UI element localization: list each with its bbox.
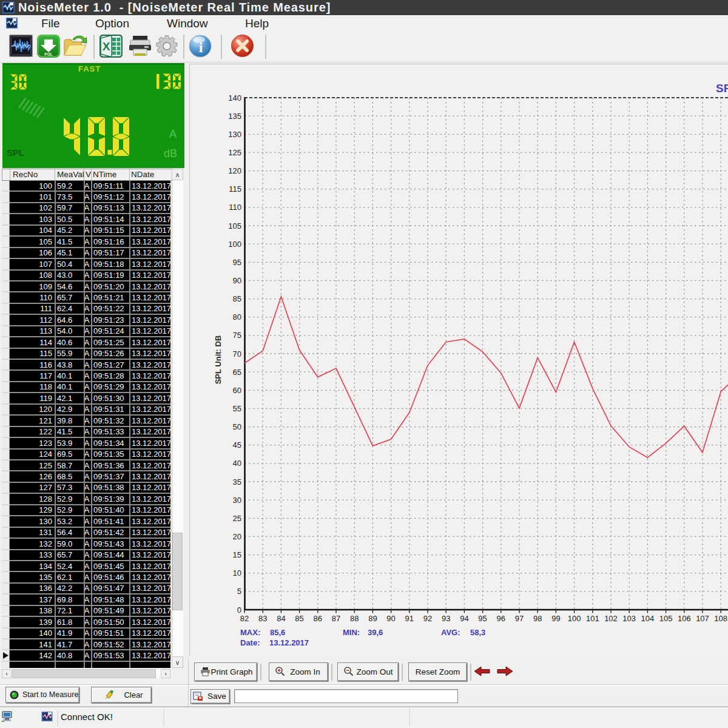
svg-text:i: i: [199, 39, 203, 55]
svg-text:86: 86: [314, 614, 322, 623]
svg-text:dB: dB: [164, 147, 177, 160]
svg-text:95: 95: [233, 258, 241, 267]
svg-text:25: 25: [233, 514, 241, 523]
svg-text:POL: POL: [44, 52, 52, 56]
svg-text:40: 40: [233, 459, 241, 468]
svg-text:50: 50: [233, 422, 241, 431]
svg-text:110: 110: [229, 203, 241, 212]
svg-text:60: 60: [233, 386, 241, 395]
svg-text:SPL Unit: DB: SPL Unit: DB: [214, 335, 223, 385]
svg-text:30: 30: [233, 496, 241, 505]
svg-text:135: 135: [228, 112, 241, 121]
svg-text:85: 85: [295, 614, 303, 623]
svg-text:89: 89: [368, 614, 377, 623]
svg-text:65: 65: [233, 368, 241, 377]
svg-text:98: 98: [533, 614, 542, 623]
svg-text:75: 75: [233, 331, 241, 340]
svg-text:120: 120: [228, 166, 241, 175]
svg-text:125: 125: [228, 148, 241, 157]
svg-text:90: 90: [233, 276, 241, 285]
svg-text:101: 101: [586, 614, 599, 623]
svg-text:5: 5: [237, 587, 241, 596]
svg-text:100: 100: [228, 240, 241, 249]
svg-text:102: 102: [604, 614, 618, 623]
svg-text:83: 83: [258, 614, 267, 623]
svg-text:94: 94: [460, 614, 468, 623]
svg-text:91: 91: [405, 614, 414, 623]
svg-text:103: 103: [622, 614, 636, 623]
svg-text:55: 55: [233, 404, 241, 413]
svg-text:15: 15: [233, 550, 241, 559]
svg-text:99: 99: [551, 614, 560, 623]
svg-text:45: 45: [233, 440, 241, 450]
svg-text:108: 108: [714, 614, 727, 623]
svg-text:SPL: SPL: [7, 147, 24, 158]
svg-text:95: 95: [478, 614, 487, 623]
svg-text:106: 106: [678, 614, 691, 623]
svg-text:104: 104: [641, 614, 655, 623]
svg-text:X: X: [103, 40, 110, 53]
svg-text:82: 82: [240, 614, 249, 623]
svg-text:70: 70: [233, 349, 241, 359]
svg-text:FAST: FAST: [78, 64, 101, 73]
svg-text:105: 105: [228, 221, 241, 231]
svg-text:88: 88: [350, 614, 359, 623]
svg-text:80: 80: [233, 312, 241, 322]
svg-text:96: 96: [497, 614, 505, 623]
svg-text:85: 85: [233, 294, 241, 303]
svg-text:100: 100: [568, 614, 581, 623]
svg-text:0: 0: [237, 605, 241, 615]
svg-text:140: 140: [228, 93, 241, 103]
svg-text:20: 20: [233, 532, 241, 541]
svg-text:130: 130: [228, 130, 241, 139]
svg-text:87: 87: [332, 614, 340, 623]
svg-text:107: 107: [696, 614, 709, 623]
svg-text:105: 105: [659, 614, 673, 623]
svg-text:84: 84: [277, 614, 285, 623]
svg-text:SPL Graph: SPL Graph: [716, 82, 728, 95]
svg-text:92: 92: [423, 614, 432, 623]
svg-text:97: 97: [515, 614, 524, 623]
svg-text:A: A: [169, 128, 177, 140]
svg-text:35: 35: [233, 477, 241, 487]
svg-text:90: 90: [386, 614, 395, 623]
svg-text:115: 115: [229, 184, 241, 194]
svg-text:10: 10: [233, 568, 241, 578]
svg-text:93: 93: [442, 614, 450, 623]
